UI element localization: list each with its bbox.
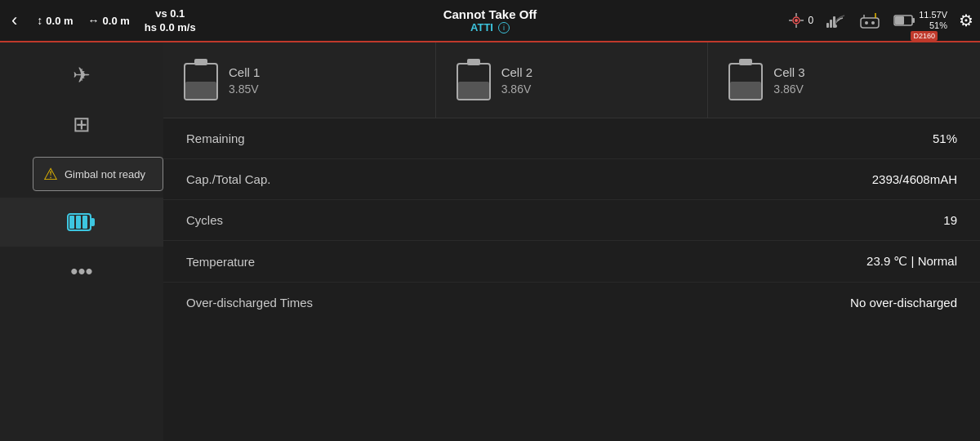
svg-point-14 [871, 21, 875, 24]
top-bar-center: Cannot Take Off ATTI i [329, 7, 652, 33]
stat-row-5: Over-discharged Times No over-discharged [163, 283, 980, 323]
cell-info-3: Cell 3 3.86V [773, 65, 804, 96]
horizontal-group: ↔ 0.0 m [88, 14, 130, 27]
hs-value: hs 0.0 m/s [145, 21, 196, 33]
horizontal-value: 0.0 m [103, 15, 130, 27]
sidebar-item-camera[interactable]: ⊞ [0, 100, 163, 149]
svg-rect-21 [76, 216, 81, 229]
stat-label-2: Cap./Total Cap. [186, 172, 270, 186]
svg-rect-8 [830, 20, 832, 28]
horizontal-icon: ↔ [88, 14, 100, 27]
svg-rect-31 [730, 82, 761, 99]
svg-rect-16 [912, 18, 915, 23]
gps-group: 0 [787, 11, 813, 29]
gps-value: 0 [808, 15, 813, 26]
stat-value-5: No over-discharged [850, 296, 957, 310]
altitude-value: 0.0 m [46, 15, 73, 27]
camera-icon: ⊞ [73, 112, 91, 137]
top-bar-right: 0 [651, 10, 973, 31]
cell-voltage-1: 3.85V [229, 82, 260, 96]
warning-box: ⚠ Gimbal not ready [33, 157, 163, 191]
remote-icon [858, 11, 882, 29]
main-layout: ⚠ Gimbal not ready ✈ ⊞ ◎ ••• [0, 42, 980, 441]
settings-icon[interactable]: ⚙ [959, 11, 973, 30]
cell-info-1: Cell 1 3.85V [229, 65, 260, 96]
wifi-icon [825, 11, 846, 29]
svg-rect-9 [833, 16, 835, 28]
stat-row-4: Temperature 23.9 ℃ | Normal [163, 241, 980, 283]
cell-name-3: Cell 3 [773, 65, 804, 79]
main-battery-icon [893, 11, 916, 29]
top-bar-left: ‹ ↕ 0.0 m ↔ 0.0 m vs 0.1 hs 0.0 m/s [7, 7, 329, 33]
back-button[interactable]: ‹ [7, 10, 22, 31]
cell-battery-svg-3 [728, 57, 764, 103]
stat-row-1: Remaining 51% [163, 118, 980, 159]
svg-rect-19 [91, 218, 95, 226]
cell-voltage-3: 3.86V [773, 82, 804, 96]
stat-value-3: 19 [943, 213, 957, 227]
wifi-group [825, 11, 846, 29]
vs-value: vs 0.1 [155, 7, 185, 20]
warning-text: Gimbal not ready [65, 168, 145, 180]
stats-table: Remaining 51% Cap./Total Cap. 2393/4608m… [163, 118, 980, 441]
cell-battery-svg-1 [183, 57, 219, 103]
stat-value-4: 23.9 ℃ | Normal [866, 254, 957, 269]
stat-label-3: Cycles [186, 213, 223, 227]
cell-battery-icon-2 [456, 57, 492, 103]
cell-item-3: Cell 3 3.86V [708, 42, 980, 118]
svg-rect-28 [458, 82, 489, 99]
remote-group [858, 11, 882, 29]
stat-value-2: 2393/4608mAH [872, 172, 957, 186]
battery-percent: 51% [929, 20, 947, 31]
cell-name-2: Cell 2 [501, 65, 532, 79]
cell-battery-icon-1 [183, 57, 219, 103]
cell-item-2: Cell 2 3.86V [436, 42, 709, 118]
info-icon[interactable]: i [498, 22, 510, 33]
atti-row: ATTI i [470, 21, 510, 33]
top-bar: ‹ ↕ 0.0 m ↔ 0.0 m vs 0.1 hs 0.0 m/s Cann… [0, 0, 980, 42]
sidebar-item-drone[interactable]: ✈ [0, 51, 163, 100]
warning-icon: ⚠ [43, 164, 58, 184]
sidebar-item-more[interactable]: ••• [0, 247, 163, 296]
stat-value-1: 51% [933, 131, 957, 145]
svg-rect-30 [739, 59, 752, 65]
atti-label: ATTI [470, 21, 493, 33]
svg-rect-24 [194, 59, 207, 65]
svg-rect-20 [69, 216, 74, 229]
stat-row-3: Cycles 19 [163, 200, 980, 241]
stat-label-4: Temperature [186, 255, 255, 269]
altitude-icon: ↕ [37, 14, 42, 27]
cell-info-2: Cell 2 3.86V [501, 65, 532, 96]
dji-badge: D2160 [911, 31, 938, 41]
svg-rect-7 [826, 23, 829, 28]
cells-row: Cell 1 3.85V Cell 2 3.86V Cell [163, 42, 980, 118]
battery-sidebar-icon [67, 211, 96, 234]
svg-rect-10 [861, 18, 879, 28]
content-area: Cell 1 3.85V Cell 2 3.86V Cell [163, 42, 980, 441]
svg-rect-25 [185, 82, 216, 99]
cell-battery-svg-2 [456, 57, 492, 103]
gps-icon [787, 11, 805, 29]
drone-icon: ✈ [73, 63, 91, 88]
stat-label-1: Remaining [186, 131, 245, 145]
sidebar-item-battery[interactable] [0, 198, 163, 247]
stat-label-5: Over-discharged Times [186, 296, 313, 310]
cell-battery-icon-3 [728, 57, 764, 103]
svg-rect-17 [895, 16, 904, 24]
svg-point-13 [865, 21, 868, 24]
altitude-group: ↕ 0.0 m [37, 14, 73, 27]
battery-voltage: 11.57V [919, 10, 947, 20]
cell-name-1: Cell 1 [229, 65, 260, 79]
svg-point-5 [795, 19, 798, 22]
stat-row-2: Cap./Total Cap. 2393/4608mAH [163, 159, 980, 200]
status-title: Cannot Take Off [443, 7, 537, 21]
battery-text-group: 11.57V 51% [919, 10, 947, 31]
cell-item-1: Cell 1 3.85V [163, 42, 436, 118]
speed-group: vs 0.1 hs 0.0 m/s [145, 7, 196, 33]
more-icon: ••• [70, 259, 92, 284]
svg-rect-27 [467, 59, 480, 65]
sidebar: ⚠ Gimbal not ready ✈ ⊞ ◎ ••• [0, 42, 163, 441]
cell-voltage-2: 3.86V [501, 82, 532, 96]
main-battery-group: 11.57V 51% [893, 10, 947, 31]
svg-rect-22 [82, 216, 87, 229]
